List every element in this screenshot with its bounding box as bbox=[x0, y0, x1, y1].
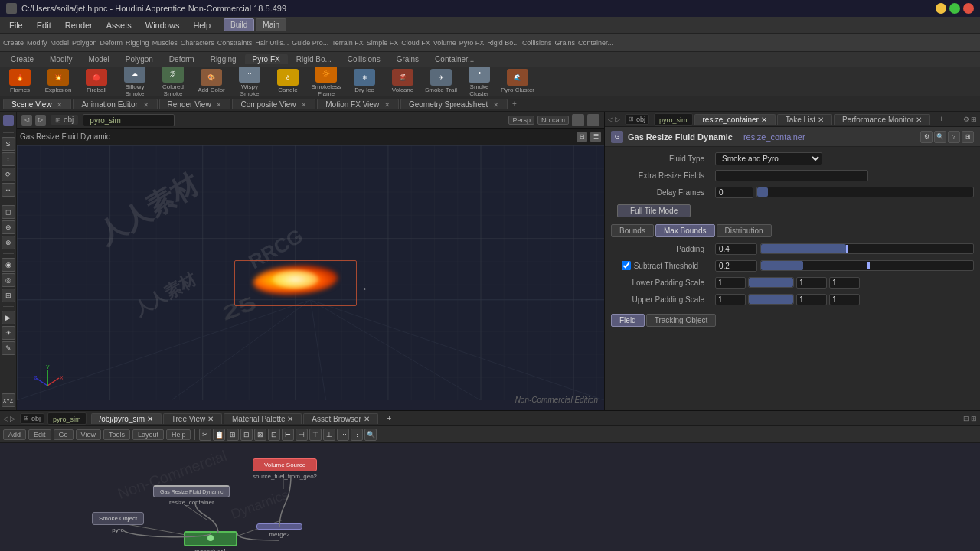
lower-padding-z[interactable] bbox=[829, 277, 860, 289]
bounds-tab[interactable]: Bounds bbox=[611, 224, 654, 237]
lt-view-btn[interactable]: ◎ bbox=[2, 273, 15, 287]
nav-forward-icon[interactable]: ▷ bbox=[35, 115, 46, 126]
rpt-path-obj[interactable]: ⊞ obj bbox=[625, 114, 649, 125]
ne-icon-2[interactable]: 📋 bbox=[213, 429, 225, 441]
ne-icon-1[interactable]: ✂ bbox=[199, 429, 211, 441]
shelf-icon-candle[interactable]: 🕯 Candle bbox=[271, 69, 305, 93]
max-bounds-tab[interactable]: Max Bounds bbox=[655, 224, 715, 237]
shelf-icon-smoketrail[interactable]: ✈ Smoke Trail bbox=[424, 69, 458, 93]
padding-input[interactable] bbox=[715, 243, 757, 255]
tab-composite-view[interactable]: Composite View ✕ bbox=[232, 99, 315, 109]
shelf-tab-create[interactable]: Create bbox=[3, 54, 41, 64]
shelf-tab-container[interactable]: Container... bbox=[427, 54, 482, 64]
tab-render-view[interactable]: Render View ✕ bbox=[159, 99, 231, 109]
shelf-icon-pyrocluster[interactable]: 🌊 Pyro Cluster bbox=[501, 69, 534, 93]
main-button[interactable]: Main bbox=[256, 18, 286, 31]
shelf-tab-model[interactable]: Model bbox=[80, 54, 116, 64]
ne-icon-11[interactable]: ⋯ bbox=[337, 429, 349, 441]
node-resize-container[interactable]: Gas Resize Fluid Dynamic resize_containe… bbox=[153, 485, 230, 506]
tab-animation-editor[interactable]: Animation Editor ✕ bbox=[73, 99, 157, 109]
build-button[interactable]: Build bbox=[224, 18, 254, 31]
rpt-expand[interactable]: ⊞ bbox=[971, 116, 977, 123]
menu-file[interactable]: File bbox=[3, 19, 29, 31]
rpt-perf-monitor[interactable]: Performance Monitor ✕ bbox=[834, 114, 930, 125]
ne-icon-10[interactable]: ⊥ bbox=[323, 429, 335, 441]
ne-forward[interactable]: ▷ bbox=[10, 415, 15, 422]
ne-tab-asset[interactable]: Asset Browser ✕ bbox=[303, 413, 377, 424]
upper-padding-y[interactable] bbox=[796, 294, 827, 305]
node-source-fuel[interactable]: Volume Source source_fuel_from_geo2 bbox=[253, 458, 317, 480]
shelf-icon-smokecluster[interactable]: ⚬ Smoke Cluster bbox=[462, 67, 496, 96]
full-tile-btn[interactable]: Full Tile Mode bbox=[617, 204, 691, 217]
ne-tab-tree[interactable]: Tree View ✕ bbox=[163, 413, 222, 424]
path-obj[interactable]: ⊞ obj bbox=[51, 115, 78, 125]
ne-icon-5[interactable]: ⊠ bbox=[254, 429, 266, 441]
ne-icon-4[interactable]: ⊟ bbox=[240, 429, 253, 441]
lt-xyz-btn[interactable]: XYZ bbox=[2, 393, 15, 407]
ne-edit-btn[interactable]: Edit bbox=[28, 429, 51, 440]
shelf-icon-addcolor[interactable]: 🎨 Add Color bbox=[194, 69, 228, 93]
nocam-button[interactable]: No cam bbox=[537, 116, 569, 125]
lt-render-btn[interactable]: ▶ bbox=[2, 311, 15, 324]
rpt-back[interactable]: ◁ bbox=[608, 116, 613, 123]
add-panel-tab[interactable]: + bbox=[509, 99, 520, 109]
minimize-button[interactable] bbox=[936, 3, 946, 14]
lt-edit-btn[interactable]: ✎ bbox=[2, 341, 15, 355]
lt-rotate-btn[interactable]: ⟳ bbox=[2, 168, 15, 181]
tab-scene-view[interactable]: Scene View ✕ bbox=[3, 99, 71, 109]
close-composite-tab[interactable]: ✕ bbox=[301, 101, 307, 109]
shelf-tab-modify[interactable]: Modify bbox=[42, 54, 80, 64]
rpt-settings[interactable]: ⚙ bbox=[963, 116, 969, 123]
shelf-tab-collisions[interactable]: Collisions bbox=[340, 54, 388, 64]
fluid-type-dropdown[interactable]: Smoke and Pyro bbox=[715, 152, 822, 165]
viewport-icon1[interactable]: ⊟ bbox=[577, 132, 587, 142]
props-help-icon[interactable]: ? bbox=[948, 131, 960, 143]
lt-translate-btn[interactable]: ↕ bbox=[2, 152, 15, 166]
ne-view-btn[interactable]: View bbox=[76, 429, 101, 440]
viewport-full-icon[interactable] bbox=[587, 114, 599, 126]
lt-scale-btn[interactable]: ↔ bbox=[2, 183, 15, 197]
ne-help-btn[interactable]: Help bbox=[166, 429, 191, 440]
shelf-tab-deform[interactable]: Deform bbox=[162, 54, 202, 64]
shelf-icon-wispy[interactable]: 〰 Wispy Smoke bbox=[233, 67, 266, 96]
lt-select-btn[interactable]: S bbox=[2, 137, 15, 151]
menu-assets[interactable]: Assets bbox=[100, 19, 138, 31]
lt-tool2-btn[interactable]: ⊕ bbox=[2, 220, 15, 234]
lt-tool3-btn[interactable]: ⊗ bbox=[2, 236, 15, 249]
ne-icon-12[interactable]: ⋮ bbox=[351, 429, 363, 441]
props-expand-icon[interactable]: ⊞ bbox=[962, 131, 974, 143]
close-button[interactable] bbox=[963, 3, 974, 14]
shelf-icon-dryice[interactable]: ❄ Dry Ice bbox=[348, 69, 381, 93]
ne-tab-add[interactable]: + bbox=[380, 413, 400, 423]
rpt-take-list[interactable]: Take List ✕ bbox=[777, 114, 832, 125]
lt-camera-btn[interactable]: ◉ bbox=[2, 258, 15, 272]
lt-snap-btn[interactable]: ⊞ bbox=[2, 289, 15, 302]
ne-icon-6[interactable]: ⊡ bbox=[268, 429, 280, 441]
ne-icon-13[interactable]: 🔍 bbox=[364, 429, 377, 441]
menu-help[interactable]: Help bbox=[187, 19, 217, 31]
persp-button[interactable]: Persp bbox=[508, 116, 534, 125]
rpt-forward[interactable]: ▷ bbox=[615, 116, 620, 123]
tab-motion-fx[interactable]: Motion FX View ✕ bbox=[317, 99, 399, 109]
shelf-icon-volcano[interactable]: 🌋 Volcano bbox=[386, 69, 420, 93]
maximize-button[interactable] bbox=[949, 3, 960, 14]
menu-render[interactable]: Render bbox=[59, 19, 99, 31]
ne-sim-path[interactable]: pyro_sim bbox=[47, 412, 87, 425]
extra-resize-input[interactable] bbox=[715, 170, 868, 181]
subtract-slider[interactable] bbox=[760, 260, 974, 271]
node-pyro[interactable]: Smoke Object pyro bbox=[92, 512, 144, 533]
nav-back-icon[interactable]: ◁ bbox=[21, 115, 32, 126]
ne-float-icon[interactable]: ⊟ bbox=[963, 415, 969, 422]
distribution-tab[interactable]: Distribution bbox=[717, 224, 772, 237]
ne-layout-btn[interactable]: Layout bbox=[132, 429, 164, 440]
ne-icon-9[interactable]: ⊤ bbox=[309, 429, 322, 441]
ne-icon-8[interactable]: ⊣ bbox=[296, 429, 308, 441]
ne-obj-path[interactable]: ⊞ obj bbox=[20, 413, 44, 424]
shelf-tab-pyro[interactable]: Pyro FX bbox=[245, 54, 288, 64]
shelf-icon-fireball[interactable]: 🔴 Fireball bbox=[80, 69, 113, 93]
rpt-sim-name[interactable]: pyro_sim bbox=[654, 113, 693, 126]
ne-icon-7[interactable]: ⊢ bbox=[282, 429, 294, 441]
lower-padding-x[interactable] bbox=[715, 277, 746, 289]
shelf-tab-grains[interactable]: Grains bbox=[389, 54, 426, 64]
lt-light-btn[interactable]: ☀ bbox=[2, 326, 15, 340]
